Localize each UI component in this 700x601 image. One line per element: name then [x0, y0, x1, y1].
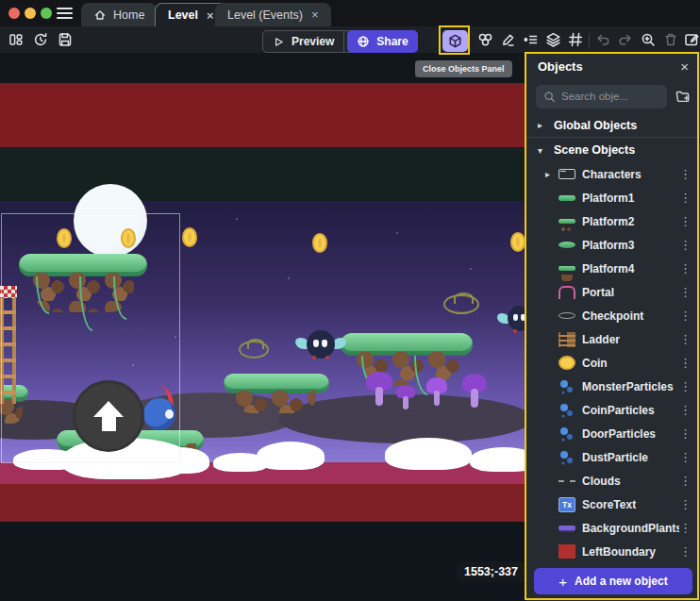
tab-close-icon[interactable]: × [207, 9, 214, 22]
cloud-object[interactable] [385, 438, 472, 470]
ufo-doodle [239, 341, 269, 359]
scene-bottom-boundary[interactable] [0, 484, 526, 522]
object-row-characters[interactable]: ▸ Characters ⋮ [526, 162, 700, 186]
preview-label: Preview [292, 35, 334, 48]
background-plant[interactable] [396, 385, 415, 409]
history-icon[interactable] [32, 29, 49, 50]
object-label: Clouds [582, 475, 679, 488]
object-row-platform3[interactable]: Platform3 ⋮ [526, 233, 700, 257]
object-row-ladder[interactable]: Ladder ⋮ [526, 327, 700, 351]
object-row-coinparticles[interactable]: CoinParticles ⋮ [526, 398, 700, 422]
object-menu-icon[interactable]: ⋮ [679, 214, 691, 228]
window-zoom-button[interactable] [41, 8, 52, 19]
object-row-platform4[interactable]: Platform4 ⋮ [526, 257, 700, 280]
coin-object[interactable] [182, 227, 197, 247]
background-plant[interactable] [462, 374, 487, 408]
object-menu-icon[interactable]: ⋮ [679, 238, 691, 252]
scene-top-boundary[interactable] [0, 83, 526, 147]
share-button[interactable]: Share [347, 30, 418, 53]
object-row-backgroundplants[interactable]: BackgroundPlants ⋮ [526, 516, 700, 540]
redo-icon[interactable] [617, 29, 634, 50]
objects-panel-tool-button[interactable] [442, 30, 468, 52]
object-row-platform1[interactable]: Platform1 ⋮ [526, 186, 700, 209]
group-global-objects[interactable]: ▸ Global Objects [526, 113, 700, 138]
object-groups-icon[interactable] [475, 29, 494, 50]
object-menu-icon[interactable]: ⋮ [679, 403, 691, 417]
platform-object[interactable] [341, 333, 473, 392]
object-menu-icon[interactable]: ⋮ [679, 167, 691, 181]
object-menu-icon[interactable]: ⋮ [679, 521, 691, 535]
layers-icon[interactable] [543, 29, 562, 50]
instances-list-icon[interactable] [521, 29, 540, 50]
trash-icon[interactable] [662, 29, 679, 50]
folder-arrow-icon: ▸ [545, 169, 558, 179]
object-menu-icon[interactable]: ⋮ [679, 379, 691, 393]
object-menu-icon[interactable]: ⋮ [679, 261, 691, 275]
object-menu-icon[interactable]: ⋮ [679, 309, 691, 323]
object-search-box[interactable] [536, 85, 667, 109]
undo-icon[interactable] [594, 29, 611, 50]
platform4-thumb-icon [558, 266, 575, 271]
group-scene-objects[interactable]: ▾ Scene Objects [526, 138, 700, 162]
expanded-arrow-icon[interactable]: ▾ [538, 145, 545, 156]
object-menu-icon[interactable]: ⋮ [679, 426, 691, 441]
scene-dark-band [0, 147, 526, 201]
object-row-coin[interactable]: Coin ⋮ [526, 351, 700, 375]
platform-object[interactable] [224, 374, 329, 415]
edit-pencil-icon[interactable] [500, 29, 517, 50]
object-row-checkpoint[interactable]: Checkpoint ⋮ [526, 304, 700, 327]
object-label: Platform4 [582, 262, 679, 275]
scene-properties-icon[interactable] [682, 29, 700, 50]
object-label: Platform1 [582, 192, 679, 205]
object-menu-icon[interactable]: ⋮ [679, 474, 691, 488]
cloud-object[interactable] [257, 442, 325, 470]
selection-rectangle [1, 213, 180, 463]
toggle-panels-icon[interactable] [8, 29, 25, 50]
close-panel-icon[interactable]: × [680, 59, 689, 74]
object-menu-icon[interactable]: ⋮ [679, 497, 691, 511]
object-menu-icon[interactable]: ⋮ [679, 285, 691, 299]
object-menu-icon[interactable]: ⋮ [679, 450, 691, 464]
window-close-button[interactable] [8, 8, 20, 19]
collapsed-arrow-icon[interactable]: ▸ [538, 120, 545, 130]
object-menu-icon[interactable]: ⋮ [679, 191, 691, 205]
object-menu-icon[interactable]: ⋮ [679, 356, 691, 370]
save-icon[interactable] [57, 29, 74, 50]
object-row-scoretext[interactable]: Tx ScoreText ⋮ [526, 492, 700, 516]
tab-home[interactable]: Home [81, 3, 157, 26]
main-menu-icon[interactable] [57, 8, 73, 19]
add-new-object-button[interactable]: + Add a new object [534, 568, 692, 594]
object-menu-icon[interactable]: ⋮ [679, 332, 691, 346]
preview-button-main[interactable]: Preview [263, 31, 343, 52]
grid-icon[interactable] [567, 29, 584, 50]
object-row-dustparticle[interactable]: DustParticle ⋮ [526, 445, 700, 469]
search-icon [543, 91, 556, 103]
tab-level-events[interactable]: Level (Events) × [215, 3, 331, 26]
add-folder-icon[interactable] [675, 89, 691, 104]
monster-object[interactable] [295, 330, 346, 360]
background-plant[interactable] [366, 372, 392, 406]
background-plant[interactable] [426, 377, 447, 406]
cloud-object[interactable] [470, 447, 526, 472]
globe-icon [357, 35, 370, 48]
object-row-platform2[interactable]: Platform2 ⋮ [526, 209, 700, 233]
monster-object[interactable] [497, 306, 526, 334]
scene-outside-area [0, 522, 526, 601]
object-row-doorparticles[interactable]: DoorParticles ⋮ [526, 422, 700, 445]
search-input[interactable] [561, 91, 646, 102]
coin-object[interactable] [312, 233, 327, 253]
zoom-in-icon[interactable] [640, 29, 657, 50]
portal-thumb-icon [558, 286, 575, 299]
game-canvas[interactable]: Close Objects Panel 1553;-337 [0, 53, 526, 601]
object-row-portal[interactable]: Portal ⋮ [526, 280, 700, 304]
coin-object[interactable] [510, 232, 525, 252]
objects-panel: Objects × ▸ Global Objects ▾ Scene Objec… [526, 53, 700, 601]
object-menu-icon[interactable]: ⋮ [679, 544, 691, 559]
tab-close-icon[interactable]: × [311, 8, 319, 21]
object-row-clouds[interactable]: Clouds ⋮ [526, 469, 700, 492]
object-row-leftboundary[interactable]: LeftBoundary ⋮ [526, 540, 700, 560]
checkpoint-thumb-icon [558, 312, 575, 319]
window-minimize-button[interactable] [25, 8, 36, 19]
tab-label: Home [113, 8, 144, 22]
object-row-monsterparticles[interactable]: MonsterParticles ⋮ [526, 375, 700, 398]
